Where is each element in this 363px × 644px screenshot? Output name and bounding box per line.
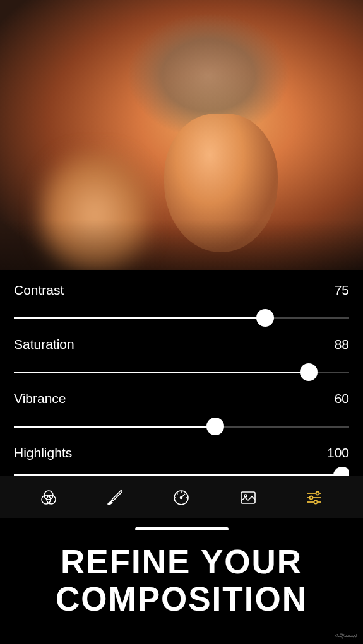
slider-contrast: Contrast 75 — [14, 283, 349, 331]
svg-point-11 — [244, 495, 247, 497]
adjustments-icon[interactable] — [304, 487, 325, 508]
slider-value: 88 — [335, 337, 349, 352]
slider-label: Contrast — [14, 283, 64, 298]
slider-value: 100 — [327, 445, 349, 460]
slider-label: Saturation — [14, 337, 74, 352]
brush-icon[interactable] — [104, 487, 126, 508]
slider-saturation: Saturation 88 — [14, 337, 349, 385]
speed-icon[interactable] — [170, 487, 192, 508]
svg-point-17 — [314, 501, 318, 504]
toolbar — [0, 476, 363, 518]
svg-line-7 — [177, 493, 178, 495]
svg-point-15 — [310, 496, 313, 500]
filters-icon[interactable] — [38, 487, 59, 508]
adjustment-controls: Contrast 75 Saturation 88 Vibrance 60 — [0, 270, 363, 476]
svg-point-5 — [181, 497, 182, 499]
slider-track-highlights[interactable] — [14, 464, 349, 476]
slider-highlights: Highlights 100 — [14, 445, 349, 476]
svg-point-13 — [316, 492, 319, 495]
slider-label: Vibrance — [14, 391, 66, 406]
watermark: سیبچه — [335, 629, 358, 639]
slider-track-vibrance[interactable] — [14, 414, 349, 439]
slider-value: 60 — [335, 391, 349, 406]
slider-label: Highlights — [14, 445, 72, 460]
slider-track-contrast[interactable] — [14, 305, 349, 331]
slider-track-saturation[interactable] — [14, 360, 349, 385]
slider-vibrance: Vibrance 60 — [14, 391, 349, 439]
image-icon[interactable] — [237, 487, 259, 508]
photo-preview — [0, 0, 363, 270]
headline-text: REFINE YOUR COMPOSITION — [0, 530, 363, 618]
slider-value: 75 — [335, 283, 349, 298]
